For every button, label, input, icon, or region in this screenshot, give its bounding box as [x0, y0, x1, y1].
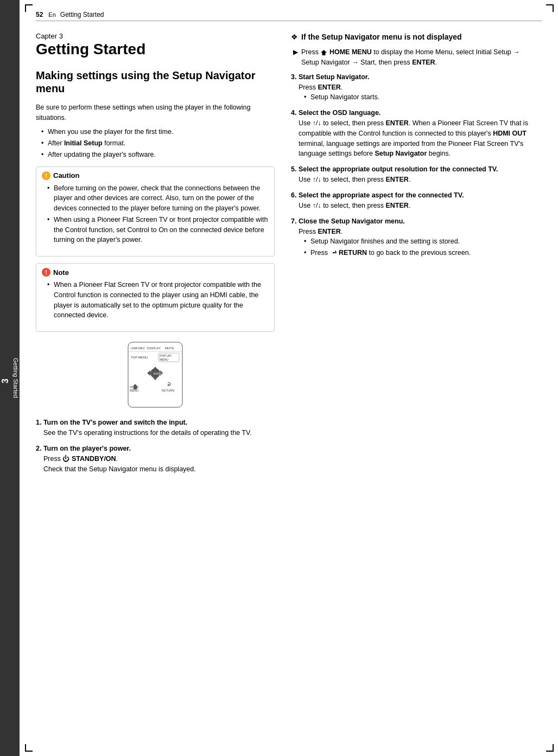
- caution-icon: !: [42, 171, 50, 180]
- header-section-label: Getting Started: [60, 11, 104, 18]
- if-not-displayed-header: ❖ If the Setup Navigator menu is not dis…: [291, 32, 530, 42]
- main-content: 52 En Getting Started Capter 3 Getting S…: [20, 0, 558, 756]
- step-3-bullets: Setup Navigator starts.: [299, 92, 530, 102]
- caution-box: ! Caution Before turning on the power, c…: [36, 166, 275, 257]
- step-6-title: 6. Select the appropriate aspect for the…: [291, 191, 530, 199]
- step-1-title: 1. Turn on the TV's power and switch the…: [36, 419, 275, 426]
- svg-rect-18: [134, 387, 137, 389]
- left-column: Capter 3 Getting Started Making settings…: [36, 32, 275, 480]
- step-3-bullet: Setup Navigator starts.: [304, 92, 530, 102]
- step-2-body: Press ⏻ STANDBY/ON. Check that the Setup…: [36, 454, 275, 475]
- svg-text:POP UP/: POP UP/: [160, 354, 172, 357]
- home-icon: [320, 49, 327, 55]
- step-7-title: 7. Close the Setup Navigator menu.: [291, 217, 530, 225]
- step-1-number: 1.: [36, 419, 43, 426]
- step-4: 4. Select the OSD language. Use ↑/↓ to s…: [291, 109, 530, 159]
- step-3: 3. Start Setup Navigator. Press ENTER. S…: [291, 73, 530, 103]
- svg-text:RETURN: RETURN: [162, 389, 174, 392]
- svg-text:TOP MENU: TOP MENU: [131, 356, 148, 359]
- page-number: 52: [36, 11, 43, 18]
- svg-marker-11: [147, 370, 150, 376]
- sidebar-number: 3: [1, 379, 10, 384]
- step-7-body: Press ENTER. Setup Navigator finishes an…: [291, 227, 530, 258]
- step-7: 7. Close the Setup Navigator menu. Press…: [291, 217, 530, 258]
- diamond-icon: ❖: [291, 33, 298, 41]
- note-item: When a Pioneer Flat Screen TV or front p…: [47, 280, 269, 321]
- svg-text:MUTE: MUTE: [165, 347, 174, 350]
- step-7-bullets: Setup Navigator finishes and the setting…: [299, 236, 530, 258]
- step-3-title: 3. Start Setup Navigator.: [291, 73, 530, 81]
- page-header: 52 En Getting Started: [36, 11, 542, 21]
- sidebar-label-text: Getting Started: [12, 358, 19, 398]
- right-column: ❖ If the Setup Navigator menu is not dis…: [291, 32, 530, 480]
- svg-rect-22: [322, 53, 326, 55]
- step-4-body: Use ↑/↓ to select, then press ENTER. Whe…: [291, 118, 530, 159]
- intro-bullets: When you use the player for the first ti…: [36, 127, 275, 159]
- step-5: 5. Select the appropriate output resolut…: [291, 165, 530, 185]
- lang-code: En: [48, 11, 55, 18]
- section-title: Making settings using the Setup Navigato…: [36, 69, 275, 95]
- return-icon: [329, 250, 337, 256]
- note-icon: !: [42, 268, 50, 277]
- remote-image: USB REC DISPLAY MUTE TOP MENU POP UP/ ME…: [36, 339, 275, 410]
- bullet-item: When you use the player for the first ti…: [41, 127, 275, 137]
- svg-text:USB REC: USB REC: [131, 347, 145, 350]
- step-5-body: Use ↑/↓ to select, then press ENTER.: [291, 175, 530, 185]
- step-6-body: Use ↑/↓ to select, then press ENTER.: [291, 201, 530, 211]
- caution-bullets: Before turning on the power, check that …: [42, 183, 269, 246]
- step-1: 1. Turn on the TV's power and switch the…: [36, 419, 275, 438]
- bullet-item: After Initial Setup format.: [41, 138, 275, 149]
- svg-marker-21: [321, 50, 327, 53]
- step-7-bullet-1: Setup Navigator finishes and the setting…: [304, 236, 530, 247]
- caution-item: When using a Pioneer Flat Screen TV or f…: [47, 215, 269, 245]
- step-2: 2. Turn on the player's power. Press ⏻ S…: [36, 445, 275, 475]
- svg-text:MENU: MENU: [160, 358, 168, 361]
- step-2-number: 2.: [36, 445, 43, 452]
- step-4-title: 4. Select the OSD language.: [291, 109, 530, 117]
- note-bullets: When a Pioneer Flat Screen TV or front p…: [42, 280, 269, 321]
- note-box: ! Note When a Pioneer Flat Screen TV or …: [36, 263, 275, 332]
- step-7-bullet-2: Press RETURN to go back to the previous …: [304, 248, 530, 258]
- intro-text: Be sure to perform these settings when u…: [36, 102, 275, 123]
- note-label: Note: [53, 268, 69, 277]
- sidebar: 3 Getting Started: [0, 0, 20, 756]
- press-instruction-text: Press HOME MENU to display the Home Menu…: [301, 47, 530, 68]
- arrow-right-icon: ▶: [293, 48, 298, 56]
- caution-label: Caution: [53, 171, 79, 180]
- remote-svg: USB REC DISPLAY MUTE TOP MENU POP UP/ ME…: [123, 339, 188, 410]
- if-not-displayed-title: If the Setup Navigator menu is not displ…: [301, 32, 462, 42]
- press-instruction: ▶ Press HOME MENU to display the Home Me…: [291, 47, 530, 68]
- caution-item: Before turning on the power, check that …: [47, 183, 269, 214]
- step-5-title: 5. Select the appropriate output resolut…: [291, 165, 530, 173]
- svg-text:DISPLAY: DISPLAY: [147, 347, 161, 350]
- note-header: ! Note: [42, 268, 269, 277]
- svg-text:ENTER: ENTER: [154, 372, 164, 375]
- svg-marker-23: [333, 252, 334, 254]
- svg-marker-20: [168, 384, 170, 386]
- step-3-body: Press ENTER. Setup Navigator starts.: [291, 82, 530, 103]
- chapter-title: Getting Started: [36, 41, 275, 58]
- step-2-title: 2. Turn on the player's power.: [36, 445, 275, 452]
- caution-header: ! Caution: [42, 171, 269, 180]
- step-6: 6. Select the appropriate aspect for the…: [291, 191, 530, 211]
- step-1-body: See the TV's operating instructions for …: [36, 428, 275, 438]
- bullet-item: After updating the player's software.: [41, 150, 275, 160]
- chapter-label: Capter 3: [36, 32, 275, 40]
